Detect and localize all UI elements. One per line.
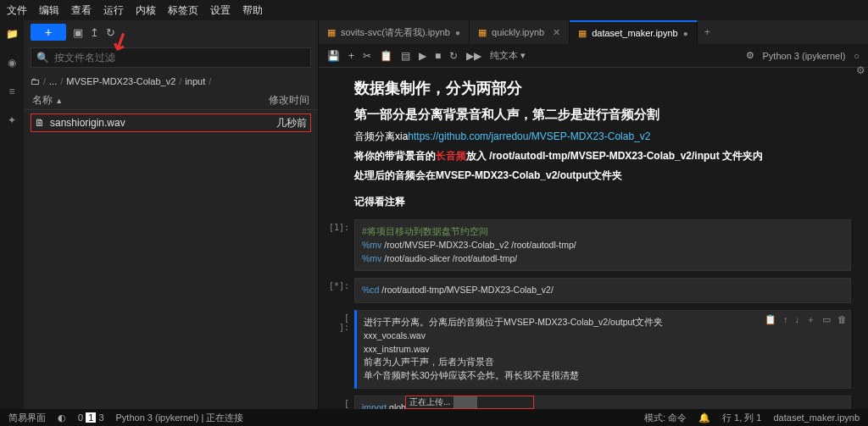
code-cell[interactable]: [ ]: 📋 ↑ ↓ ＋ ▭ 🗑 进行干声分离。分离后的音频位于MVSEP-MD… — [329, 310, 851, 389]
tab-dataset-maker[interactable]: ▦dataset_maker.ipynb● — [570, 20, 698, 44]
col-name[interactable]: 名称 — [32, 94, 53, 106]
file-mtime: 几秒前 — [276, 116, 307, 130]
gear-icon[interactable]: ⚙ — [856, 64, 865, 76]
md-h3: 第一部分是分离背景音和人声，第二步是进行音频分割 — [354, 107, 851, 123]
breadcrumb[interactable]: 🗀/ .../ MVSEP-MDX23-Colab_v2/ input/ — [24, 71, 318, 91]
notebook-body[interactable]: 数据集制作，分为两部分 第一部分是分离背景音和人声，第二步是进行音频分割 音频分… — [319, 68, 868, 409]
col-mtime[interactable]: 修改时间 — [269, 93, 309, 108]
tab-bar: ▦sovits-svc(请先看我).ipynb● ▦quickly.ipynb✕… — [319, 20, 868, 44]
new-folder-icon[interactable]: ▣ — [73, 26, 83, 39]
folder-icon: 🗀 — [31, 76, 40, 86]
bc-1[interactable]: MVSEP-MDX23-Colab_v2 — [66, 76, 175, 86]
menu-settings[interactable]: 设置 — [210, 3, 231, 18]
tab-label: sovits-svc(请先看我).ipynb — [341, 26, 450, 39]
status-3: 3 — [98, 412, 103, 423]
run-icon[interactable]: ▶ — [419, 50, 426, 62]
insert-below-icon[interactable]: ▭ — [822, 313, 831, 327]
md-p1: 音频分离xiahttps://github.com/jarredou/MVSEP… — [354, 130, 851, 144]
tab-sovits[interactable]: ▦sovits-svc(请先看我).ipynb● — [319, 20, 470, 44]
status-bar: 简易界面 ◐ 0 1 3 Python 3 (ipykernel) | 正在连接… — [0, 409, 868, 426]
paste-icon[interactable]: ▤ — [401, 50, 410, 62]
file-filter-input[interactable] — [54, 52, 305, 64]
menu-edit[interactable]: 编辑 — [39, 3, 59, 18]
cell-prompt: [ ]: — [329, 396, 354, 409]
status-filename: dataset_maker.ipynb — [773, 412, 860, 423]
status-0: 0 — [78, 412, 83, 423]
cell-type-select[interactable]: 纯文本 ▾ — [490, 49, 526, 62]
md-p2: 将你的带背景音的长音频放入 /root/autodl-tmp/MVSEP-MDX… — [354, 149, 851, 163]
code-cell[interactable]: [1]: #将项目移动到数据盘节约空间 %mv /root/MVSEP-MDX2… — [329, 219, 851, 271]
md-p3: 处理后的音频会在MVSEP-MDX23-Colab_v2/output文件夹 — [354, 169, 851, 183]
tab-label: quickly.ipynb — [492, 27, 544, 37]
status-mode: 模式: 命令 — [644, 412, 687, 424]
move-up-icon[interactable]: ↑ — [783, 313, 788, 327]
bc-2[interactable]: input — [185, 76, 205, 86]
code-cell[interactable]: [*]: %cd /root/autodl-tmp/MVSEP-MDX23-Co… — [329, 278, 851, 303]
activity-bar: 📁 ◉ ≡ ✦ — [0, 20, 24, 409]
new-button[interactable]: + — [31, 24, 66, 41]
cell-prompt: [ ]: — [329, 310, 354, 389]
dirty-icon: ● — [683, 29, 688, 38]
running-icon[interactable]: ◉ — [5, 56, 19, 69]
notebook-toolbar: 💾 + ✂ 📋 ▤ ▶ ■ ↻ ▶▶ 纯文本 ▾ ⚙ Python 3 (ipy… — [319, 44, 868, 68]
cell-type-label: 纯文本 — [490, 50, 518, 60]
cell-prompt: [*]: — [329, 278, 354, 303]
upload-progress: 正在上传... — [405, 396, 534, 409]
progress-bar — [453, 396, 477, 408]
bc-0[interactable]: ... — [49, 76, 57, 86]
copy-icon[interactable]: 📋 — [380, 50, 392, 62]
upload-label: 正在上传... — [406, 396, 450, 408]
notebook-icon: ▦ — [578, 28, 587, 39]
cell-actions: 📋 ↑ ↓ ＋ ▭ 🗑 — [765, 313, 847, 327]
cell-prompt: [1]: — [329, 219, 354, 271]
md-h2: 数据集制作，分为两部分 — [354, 78, 851, 98]
tab-quickly[interactable]: ▦quickly.ipynb✕ — [470, 20, 570, 44]
file-icon: 🗎 — [35, 117, 45, 129]
menu-run[interactable]: 运行 — [103, 3, 124, 18]
kernel-indicator-icon: ⚙ — [746, 50, 754, 61]
kernel-name[interactable]: Python 3 (ipykernel) — [763, 51, 846, 61]
dirty-icon: ● — [455, 28, 460, 37]
notebook-icon: ▦ — [327, 27, 336, 38]
stop-icon[interactable]: ■ — [435, 50, 441, 62]
kernel-status-icon: ○ — [854, 51, 860, 61]
menu-view[interactable]: 查看 — [71, 3, 92, 18]
new-tab-button[interactable]: + — [698, 26, 717, 38]
status-cursor: 行 1, 列 1 — [722, 412, 761, 424]
file-name: sanshiorigin.wav — [50, 117, 125, 129]
menu-bar: 文件 编辑 查看 运行 内核 标签页 设置 帮助 — [0, 0, 868, 20]
save-icon[interactable]: 💾 — [327, 50, 340, 62]
menu-help[interactable]: 帮助 — [242, 3, 263, 18]
editor-area: ▦sovits-svc(请先看我).ipynb● ▦quickly.ipynb✕… — [319, 20, 868, 409]
insert-above-icon[interactable]: ＋ — [806, 313, 815, 327]
delete-cell-icon[interactable]: 🗑 — [837, 313, 847, 327]
status-simple-ui[interactable]: 简易界面 — [8, 412, 46, 424]
close-icon[interactable]: ✕ — [553, 27, 560, 38]
status-1: 1 — [86, 412, 96, 423]
toc-icon[interactable]: ≡ — [5, 85, 19, 98]
upload-icon[interactable]: ↥ — [90, 26, 99, 39]
restart-run-icon[interactable]: ▶▶ — [466, 50, 481, 62]
folder-icon[interactable]: 📁 — [5, 27, 19, 41]
bell-icon[interactable]: 🔔 — [698, 412, 710, 423]
tab-label: dataset_maker.ipynb — [592, 28, 678, 38]
notebook-icon: ▦ — [478, 27, 487, 38]
restart-icon[interactable]: ↻ — [449, 50, 458, 62]
status-toggle-icon[interactable]: ◐ — [58, 412, 66, 423]
markdown-cell[interactable]: 数据集制作，分为两部分 第一部分是分离背景音和人声，第二步是进行音频分割 音频分… — [354, 78, 851, 209]
extension-icon[interactable]: ✦ — [5, 113, 19, 127]
file-row[interactable]: 🗎sanshiorigin.wav 几秒前 — [31, 113, 311, 132]
cut-icon[interactable]: ✂ — [363, 50, 371, 62]
file-filter[interactable]: 🔍 — [31, 47, 311, 68]
menu-file[interactable]: 文件 — [7, 3, 27, 18]
md-p4: 记得看注释 — [354, 195, 851, 209]
github-link[interactable]: https://github.com/jarredou/MVSEP-MDX23-… — [408, 130, 650, 142]
menu-kernel[interactable]: 内核 — [136, 3, 156, 18]
right-sidebar: ⚙ — [853, 64, 868, 76]
duplicate-icon[interactable]: 📋 — [765, 313, 776, 327]
search-icon: 🔍 — [36, 52, 49, 64]
file-table-header: 名称 ▲ 修改时间 — [24, 91, 318, 110]
menu-tabs[interactable]: 标签页 — [168, 3, 198, 18]
move-down-icon[interactable]: ↓ — [795, 313, 800, 327]
add-cell-icon[interactable]: + — [348, 50, 354, 62]
